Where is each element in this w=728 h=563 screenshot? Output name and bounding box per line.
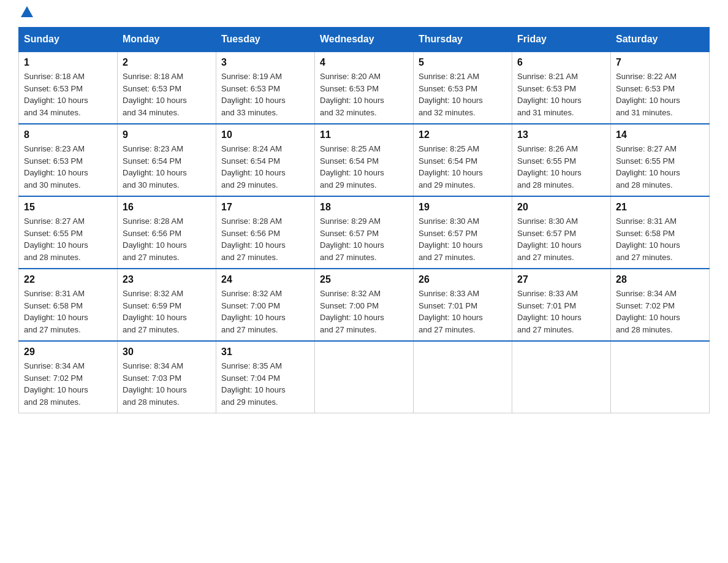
page-header bbox=[18, 12, 710, 15]
calendar-header-cell: Sunday bbox=[19, 28, 118, 52]
calendar-day-cell bbox=[512, 341, 611, 413]
day-number: 19 bbox=[419, 202, 507, 213]
calendar-week-row: 1 Sunrise: 8:18 AMSunset: 6:53 PMDayligh… bbox=[19, 52, 710, 124]
day-number: 3 bbox=[221, 57, 309, 68]
day-info: Sunrise: 8:20 AMSunset: 6:53 PMDaylight:… bbox=[320, 71, 408, 118]
day-number: 14 bbox=[616, 129, 704, 140]
calendar-day-cell: 6 Sunrise: 8:21 AMSunset: 6:53 PMDayligh… bbox=[512, 52, 611, 124]
logo-wordmark bbox=[18, 12, 33, 13]
day-info: Sunrise: 8:34 AMSunset: 7:03 PMDaylight:… bbox=[123, 360, 211, 408]
day-info: Sunrise: 8:34 AMSunset: 7:02 PMDaylight:… bbox=[616, 288, 704, 335]
calendar-day-cell bbox=[315, 341, 414, 413]
day-number: 5 bbox=[419, 57, 507, 68]
calendar-day-cell: 4 Sunrise: 8:20 AMSunset: 6:53 PMDayligh… bbox=[315, 52, 414, 124]
day-info: Sunrise: 8:28 AMSunset: 6:56 PMDaylight:… bbox=[123, 215, 211, 263]
calendar-week-row: 15 Sunrise: 8:27 AMSunset: 6:55 PMDaylig… bbox=[19, 196, 710, 269]
calendar-day-cell: 23 Sunrise: 8:32 AMSunset: 6:59 PMDaylig… bbox=[118, 269, 216, 341]
day-info: Sunrise: 8:25 AMSunset: 6:54 PMDaylight:… bbox=[320, 143, 408, 191]
calendar-day-cell: 22 Sunrise: 8:31 AMSunset: 6:58 PMDaylig… bbox=[19, 269, 118, 341]
header-row: SundayMondayTuesdayWednesdayThursdayFrid… bbox=[19, 28, 710, 52]
day-info: Sunrise: 8:31 AMSunset: 6:58 PMDaylight:… bbox=[616, 215, 704, 263]
calendar-day-cell: 31 Sunrise: 8:35 AMSunset: 7:04 PMDaylig… bbox=[216, 341, 315, 413]
calendar-day-cell: 18 Sunrise: 8:29 AMSunset: 6:57 PMDaylig… bbox=[315, 196, 414, 269]
calendar-day-cell: 16 Sunrise: 8:28 AMSunset: 6:56 PMDaylig… bbox=[118, 196, 216, 269]
day-number: 17 bbox=[221, 202, 309, 213]
calendar-header: SundayMondayTuesdayWednesdayThursdayFrid… bbox=[19, 28, 710, 52]
day-number: 24 bbox=[221, 274, 309, 285]
calendar-table: SundayMondayTuesdayWednesdayThursdayFrid… bbox=[18, 27, 710, 413]
calendar-day-cell: 21 Sunrise: 8:31 AMSunset: 6:58 PMDaylig… bbox=[611, 196, 710, 269]
day-number: 18 bbox=[320, 202, 408, 213]
day-number: 20 bbox=[517, 202, 605, 213]
calendar-day-cell bbox=[611, 341, 710, 413]
calendar-day-cell: 5 Sunrise: 8:21 AMSunset: 6:53 PMDayligh… bbox=[414, 52, 512, 124]
calendar-header-cell: Wednesday bbox=[315, 28, 414, 52]
calendar-day-cell: 30 Sunrise: 8:34 AMSunset: 7:03 PMDaylig… bbox=[118, 341, 216, 413]
day-info: Sunrise: 8:35 AMSunset: 7:04 PMDaylight:… bbox=[221, 360, 309, 408]
day-info: Sunrise: 8:21 AMSunset: 6:53 PMDaylight:… bbox=[419, 71, 507, 118]
day-info: Sunrise: 8:32 AMSunset: 7:00 PMDaylight:… bbox=[320, 288, 408, 335]
calendar-day-cell: 28 Sunrise: 8:34 AMSunset: 7:02 PMDaylig… bbox=[611, 269, 710, 341]
calendar-header-cell: Tuesday bbox=[216, 28, 315, 52]
calendar-header-cell: Monday bbox=[118, 28, 216, 52]
calendar-day-cell bbox=[414, 341, 512, 413]
day-info: Sunrise: 8:28 AMSunset: 6:56 PMDaylight:… bbox=[221, 215, 309, 263]
calendar-header-cell: Saturday bbox=[611, 28, 710, 52]
calendar-day-cell: 27 Sunrise: 8:33 AMSunset: 7:01 PMDaylig… bbox=[512, 269, 611, 341]
calendar-day-cell: 12 Sunrise: 8:25 AMSunset: 6:54 PMDaylig… bbox=[414, 124, 512, 196]
day-info: Sunrise: 8:27 AMSunset: 6:55 PMDaylight:… bbox=[24, 215, 112, 263]
calendar-day-cell: 2 Sunrise: 8:18 AMSunset: 6:53 PMDayligh… bbox=[118, 52, 216, 124]
day-info: Sunrise: 8:33 AMSunset: 7:01 PMDaylight:… bbox=[517, 288, 605, 335]
calendar-day-cell: 20 Sunrise: 8:30 AMSunset: 6:57 PMDaylig… bbox=[512, 196, 611, 269]
day-number: 28 bbox=[616, 274, 704, 285]
calendar-day-cell: 25 Sunrise: 8:32 AMSunset: 7:00 PMDaylig… bbox=[315, 269, 414, 341]
day-info: Sunrise: 8:19 AMSunset: 6:53 PMDaylight:… bbox=[221, 71, 309, 118]
day-info: Sunrise: 8:27 AMSunset: 6:55 PMDaylight:… bbox=[616, 143, 704, 191]
calendar-day-cell: 7 Sunrise: 8:22 AMSunset: 6:53 PMDayligh… bbox=[611, 52, 710, 124]
day-number: 2 bbox=[123, 57, 211, 68]
day-info: Sunrise: 8:29 AMSunset: 6:57 PMDaylight:… bbox=[320, 215, 408, 263]
day-info: Sunrise: 8:30 AMSunset: 6:57 PMDaylight:… bbox=[419, 215, 507, 263]
day-info: Sunrise: 8:26 AMSunset: 6:55 PMDaylight:… bbox=[517, 143, 605, 191]
day-number: 31 bbox=[221, 347, 309, 358]
calendar-week-row: 22 Sunrise: 8:31 AMSunset: 6:58 PMDaylig… bbox=[19, 269, 710, 341]
day-info: Sunrise: 8:23 AMSunset: 6:53 PMDaylight:… bbox=[24, 143, 112, 191]
day-number: 23 bbox=[123, 274, 211, 285]
calendar-day-cell: 17 Sunrise: 8:28 AMSunset: 6:56 PMDaylig… bbox=[216, 196, 315, 269]
day-number: 27 bbox=[517, 274, 605, 285]
calendar-day-cell: 13 Sunrise: 8:26 AMSunset: 6:55 PMDaylig… bbox=[512, 124, 611, 196]
day-number: 16 bbox=[123, 202, 211, 213]
day-number: 9 bbox=[123, 129, 211, 140]
calendar-day-cell: 15 Sunrise: 8:27 AMSunset: 6:55 PMDaylig… bbox=[19, 196, 118, 269]
calendar-header-cell: Thursday bbox=[414, 28, 512, 52]
calendar-day-cell: 1 Sunrise: 8:18 AMSunset: 6:53 PMDayligh… bbox=[19, 52, 118, 124]
day-number: 1 bbox=[24, 57, 112, 68]
day-number: 30 bbox=[123, 347, 211, 358]
calendar-day-cell: 11 Sunrise: 8:25 AMSunset: 6:54 PMDaylig… bbox=[315, 124, 414, 196]
day-number: 10 bbox=[221, 129, 309, 140]
day-number: 6 bbox=[517, 57, 605, 68]
day-info: Sunrise: 8:33 AMSunset: 7:01 PMDaylight:… bbox=[419, 288, 507, 335]
day-number: 25 bbox=[320, 274, 408, 285]
calendar-day-cell: 26 Sunrise: 8:33 AMSunset: 7:01 PMDaylig… bbox=[414, 269, 512, 341]
calendar-day-cell: 9 Sunrise: 8:23 AMSunset: 6:54 PMDayligh… bbox=[118, 124, 216, 196]
day-info: Sunrise: 8:21 AMSunset: 6:53 PMDaylight:… bbox=[517, 71, 605, 118]
day-number: 29 bbox=[24, 347, 112, 358]
calendar-day-cell: 19 Sunrise: 8:30 AMSunset: 6:57 PMDaylig… bbox=[414, 196, 512, 269]
day-number: 12 bbox=[419, 129, 507, 140]
day-number: 11 bbox=[320, 129, 408, 140]
calendar-day-cell: 14 Sunrise: 8:27 AMSunset: 6:55 PMDaylig… bbox=[611, 124, 710, 196]
day-info: Sunrise: 8:22 AMSunset: 6:53 PMDaylight:… bbox=[616, 71, 704, 118]
day-number: 26 bbox=[419, 274, 507, 285]
day-number: 13 bbox=[517, 129, 605, 140]
day-number: 15 bbox=[24, 202, 112, 213]
calendar-day-cell: 29 Sunrise: 8:34 AMSunset: 7:02 PMDaylig… bbox=[19, 341, 118, 413]
day-info: Sunrise: 8:31 AMSunset: 6:58 PMDaylight:… bbox=[24, 288, 112, 335]
calendar-day-cell: 3 Sunrise: 8:19 AMSunset: 6:53 PMDayligh… bbox=[216, 52, 315, 124]
day-number: 8 bbox=[24, 129, 112, 140]
calendar-week-row: 8 Sunrise: 8:23 AMSunset: 6:53 PMDayligh… bbox=[19, 124, 710, 196]
day-info: Sunrise: 8:34 AMSunset: 7:02 PMDaylight:… bbox=[24, 360, 112, 408]
day-number: 22 bbox=[24, 274, 112, 285]
calendar-week-row: 29 Sunrise: 8:34 AMSunset: 7:02 PMDaylig… bbox=[19, 341, 710, 413]
day-info: Sunrise: 8:32 AMSunset: 6:59 PMDaylight:… bbox=[123, 288, 211, 335]
